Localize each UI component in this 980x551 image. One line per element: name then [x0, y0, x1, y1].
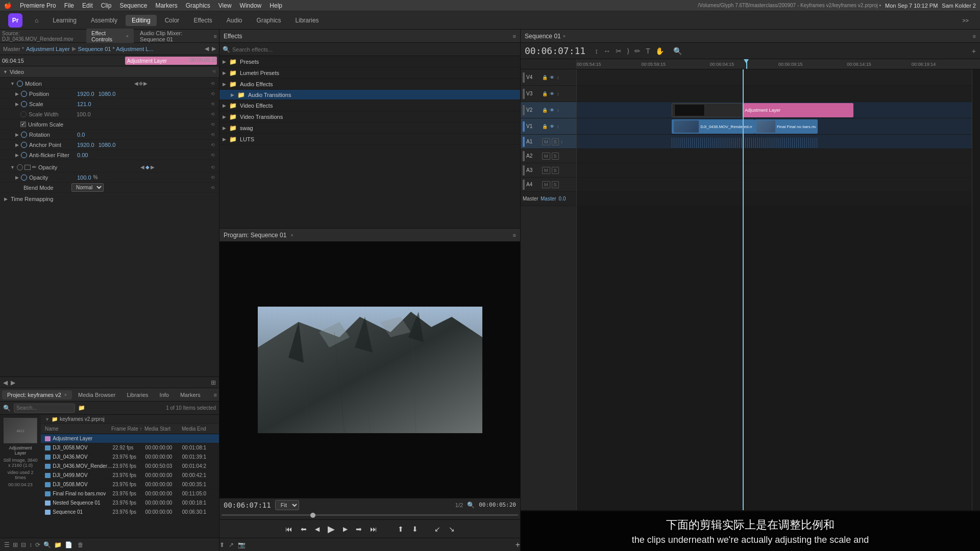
- uniform-scale-reset[interactable]: ⟲: [211, 122, 215, 127]
- tab-markers[interactable]: Markers: [175, 390, 206, 399]
- col-fps-header[interactable]: Frame Rate ↑: [111, 426, 144, 432]
- a3-mute-btn[interactable]: M: [542, 167, 550, 174]
- opacity-reset[interactable]: ⟲: [211, 175, 215, 180]
- v4-eye-icon[interactable]: 👁: [549, 74, 555, 81]
- effects-menu-icon[interactable]: ≡: [513, 33, 516, 39]
- anchor-val2[interactable]: 1080.0: [99, 142, 116, 148]
- tab-editing[interactable]: Editing: [126, 15, 157, 26]
- a4-solo-btn[interactable]: S: [552, 181, 559, 188]
- tab-effect-controls[interactable]: Effect Controls ×: [86, 29, 134, 44]
- tab-libraries[interactable]: Libraries: [121, 390, 153, 399]
- effects-category-swag[interactable]: ▶ 📁 swag: [219, 122, 520, 134]
- project-tab-close[interactable]: ×: [64, 392, 67, 397]
- effects-category-presets[interactable]: ▶ 📁 Presets: [219, 56, 520, 67]
- menu-sequence[interactable]: Sequence: [119, 2, 147, 9]
- pm-extract-btn[interactable]: ⬇: [410, 524, 420, 534]
- v4-track-content[interactable]: [577, 69, 972, 86]
- pm-step-fwd-btn[interactable]: ▶: [341, 524, 350, 534]
- v1-lock-icon[interactable]: 🔒: [542, 124, 548, 129]
- home-icon[interactable]: ⌂: [29, 15, 44, 26]
- adj-layer-link[interactable]: Adjustment Layer: [26, 46, 70, 52]
- find-icon[interactable]: 🔍: [43, 541, 51, 548]
- master-vol[interactable]: Master: [541, 196, 556, 202]
- ruler-track[interactable]: 00:05:54:15 00:05:59:15 00:06:04:15 00:0…: [577, 59, 980, 69]
- sort-icon[interactable]: ↕: [29, 541, 32, 548]
- pm-export-btn[interactable]: ⬆: [219, 541, 225, 548]
- list-item[interactable]: Adjustment Layer: [41, 434, 219, 443]
- tool-pen[interactable]: ✏: [633, 46, 642, 56]
- list-item[interactable]: DJI_0499.MOV 23.976 fps 00:00:00:00 00:0…: [41, 471, 219, 480]
- new-bin-icon[interactable]: 📁: [54, 541, 62, 548]
- blend-reset[interactable]: ⟲: [211, 185, 215, 190]
- list-item[interactable]: DJI_0058.MOV 22.92 fps 00:00:00:00 00:01…: [41, 443, 219, 453]
- v3-track-content[interactable]: [577, 86, 972, 102]
- apple-menu[interactable]: 🍎: [4, 2, 12, 9]
- v1-final-clip[interactable]: Final Final no bars.mov: [754, 119, 818, 134]
- a3-solo-btn[interactable]: S: [552, 167, 559, 174]
- list-item[interactable]: DJI_0436.MOV 23.976 fps 00:00:00:00 00:0…: [41, 453, 219, 462]
- position-reset[interactable]: ⟲: [211, 91, 215, 96]
- seq-path-link[interactable]: Sequence 01 * Adjustment L...: [78, 46, 154, 52]
- menu-help[interactable]: Help: [270, 2, 282, 9]
- ec-bottom-btn-left[interactable]: ◀: [3, 379, 8, 386]
- ec-nav-prev[interactable]: ◀: [205, 45, 209, 52]
- program-monitor-menu[interactable]: ≡: [513, 232, 516, 238]
- a1-mute-btn[interactable]: M: [542, 138, 550, 145]
- menu-window[interactable]: Window: [240, 2, 262, 9]
- v2-lock-icon[interactable]: 🔒: [542, 108, 548, 113]
- opacity-kf-next[interactable]: ▶: [151, 164, 155, 170]
- tool-slip[interactable]: ⟩: [626, 46, 630, 56]
- program-monitor-close[interactable]: ×: [290, 233, 293, 238]
- menu-edit[interactable]: Edit: [82, 2, 93, 9]
- opacity-header-row[interactable]: ▼ ✏ Opacity ◀ ◆ ▶ ⟲: [0, 162, 219, 172]
- sequence-timecode[interactable]: 00:06:07:11: [525, 45, 585, 56]
- effects-category-lumetri[interactable]: ▶ 📁 Lumetri Presets: [219, 67, 520, 79]
- menu-clip[interactable]: Clip: [101, 2, 112, 9]
- rotation-reset[interactable]: ⟲: [211, 132, 215, 137]
- position-val1[interactable]: 1920.0: [77, 91, 94, 97]
- tab-info[interactable]: Info: [155, 390, 174, 399]
- menu-view[interactable]: View: [218, 2, 232, 9]
- motion-kf-diamond[interactable]: [139, 81, 143, 85]
- list-item[interactable]: Nested Sequence 01 23.976 fps 00:00:00:0…: [41, 498, 219, 508]
- a1-sync-icon[interactable]: ↕: [560, 139, 564, 145]
- v2-sync-icon[interactable]: ↕: [556, 107, 560, 113]
- sequence-menu[interactable]: ≡: [973, 33, 976, 39]
- list-view-icon[interactable]: ☰: [4, 541, 10, 548]
- a2-mute-btn[interactable]: M: [542, 153, 550, 160]
- position-val2[interactable]: 1080.0: [99, 91, 116, 97]
- a2-track-content[interactable]: [577, 149, 972, 163]
- effects-category-video-transitions[interactable]: ▶ 📁 Video Transitions: [219, 111, 520, 122]
- col-start-header[interactable]: Media Start: [144, 426, 182, 432]
- menu-file[interactable]: File: [64, 2, 74, 9]
- ec-nav-next[interactable]: ▶: [212, 45, 216, 52]
- list-item[interactable]: Final Final no bars.mov 23.976 fps 00:00…: [41, 489, 219, 498]
- blend-mode-dropdown[interactable]: Normal: [71, 183, 104, 192]
- tab-learning[interactable]: Learning: [46, 15, 83, 26]
- new-item-icon[interactable]: 📄: [65, 541, 72, 548]
- tab-assembly[interactable]: Assembly: [85, 15, 124, 26]
- list-item[interactable]: DJI_0508.MOV 23.976 fps 00:00:00:00 00:0…: [41, 480, 219, 489]
- tool-ripple[interactable]: ↔: [602, 46, 611, 56]
- v2-track-content[interactable]: Adjustment Layer: [577, 102, 972, 118]
- motion-kf-next[interactable]: ▶: [143, 81, 148, 86]
- pm-insert-btn[interactable]: ↙: [432, 524, 443, 534]
- motion-reset[interactable]: ⟲: [211, 81, 215, 86]
- video-section-kf[interactable]: ⟲: [212, 69, 216, 74]
- a4-mute-btn[interactable]: M: [542, 181, 550, 188]
- v2-eye-icon[interactable]: 👁: [549, 107, 555, 113]
- scale-val1[interactable]: 121.0: [77, 101, 91, 107]
- tab-media-browser[interactable]: Media Browser: [73, 390, 120, 399]
- v3-lock-icon[interactable]: 🔒: [542, 91, 548, 96]
- master-track-content[interactable]: [577, 192, 972, 206]
- a1-track-content[interactable]: [577, 135, 972, 149]
- progress-playhead[interactable]: [310, 513, 315, 518]
- tab-effects[interactable]: Effects: [187, 15, 218, 26]
- program-monitor-progress-bar[interactable]: [219, 511, 520, 519]
- scale-reset[interactable]: ⟲: [211, 102, 215, 107]
- v1-dji-clip[interactable]: DJI_0436.MOV_Rendered.m: [672, 119, 755, 134]
- pm-step-back-btn[interactable]: ⏮: [283, 524, 295, 534]
- scale-width-reset[interactable]: ⟲: [211, 112, 215, 117]
- sequence-close[interactable]: ×: [563, 34, 566, 39]
- pm-export2-btn[interactable]: ↗: [229, 541, 234, 548]
